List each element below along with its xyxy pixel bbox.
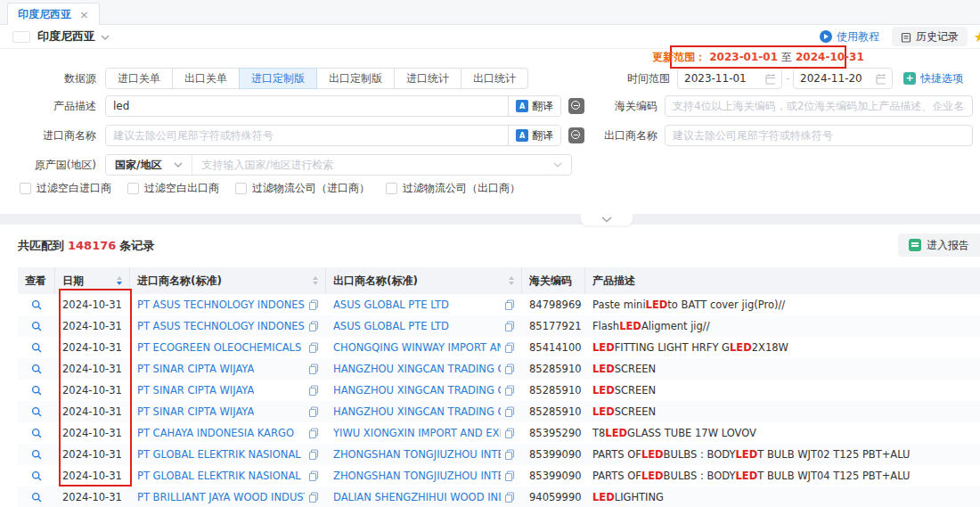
data-source-tab-1[interactable]: 出口关单 <box>172 68 240 89</box>
start-date-value[interactable] <box>684 72 760 85</box>
data-source-tab-5[interactable]: 出口统计 <box>461 68 528 89</box>
importer-link-text[interactable]: PT GLOBAL ELEKTRIK NASIONAL <box>137 470 301 482</box>
view-record-button[interactable] <box>18 380 55 401</box>
importer-link[interactable]: PT ASUS TECHNOLOGY INDONESIA BA... <box>130 294 326 315</box>
search-icon[interactable] <box>31 428 43 439</box>
exporter-link[interactable]: CHONGQING WINWAY IMPORT AND E... <box>326 337 522 358</box>
exporter-link[interactable]: HANGZHOU XINGCAN TRADING CO LTD <box>326 380 522 401</box>
exporter-input[interactable] <box>666 126 972 145</box>
checkbox-icon[interactable] <box>235 183 247 194</box>
sort-carets-icon[interactable] <box>111 276 122 285</box>
close-icon[interactable]: × <box>79 8 89 21</box>
copy-icon[interactable] <box>504 299 515 310</box>
search-icon[interactable] <box>31 449 43 461</box>
search-icon[interactable] <box>31 406 43 418</box>
search-icon[interactable] <box>31 321 43 332</box>
importer-link[interactable]: PT ASUS TECHNOLOGY INDONESIA BA... <box>130 315 326 337</box>
exact-match-toggle-icon[interactable] <box>568 98 584 114</box>
exporter-link[interactable]: ZHONGSHAN TONGJIUZHOU INTERNA... <box>326 465 522 487</box>
importer-link[interactable]: PT SINAR CIPTA WIJAYA <box>130 358 326 380</box>
copy-icon[interactable] <box>504 449 515 460</box>
column-header-3[interactable]: 出口商名称(标准) <box>326 267 522 294</box>
search-icon[interactable] <box>31 470 43 482</box>
importer-input[interactable] <box>106 126 508 145</box>
view-record-button[interactable] <box>18 337 55 358</box>
search-icon[interactable] <box>31 385 43 397</box>
importer-link[interactable]: PT ECOGREEN OLEOCHEMICALS <box>130 337 326 358</box>
importer-link[interactable]: PT GLOBAL ELEKTRIK NASIONAL <box>130 444 326 465</box>
view-record-button[interactable] <box>18 444 55 465</box>
checkbox-icon[interactable] <box>386 183 397 194</box>
importer-link[interactable]: PT GLOBAL ELEKTRIK NASIONAL <box>130 465 326 487</box>
importer-link[interactable]: PT BRILLIANT JAYA WOOD INDUSTRY <box>130 487 326 507</box>
exporter-link-text[interactable]: ASUS GLOBAL PTE LTD <box>333 320 449 332</box>
copy-icon[interactable] <box>308 428 319 438</box>
copy-icon[interactable] <box>504 428 515 438</box>
search-icon[interactable] <box>31 299 43 311</box>
data-source-tab-2[interactable]: 进口定制版 <box>239 68 317 89</box>
view-record-button[interactable] <box>18 465 55 487</box>
favorite-star-icon[interactable]: ★ <box>974 29 980 45</box>
exporter-link[interactable]: HANGZHOU XINGCAN TRADING CO LTD <box>326 358 522 380</box>
view-record-button[interactable] <box>18 358 55 380</box>
customs-code-input[interactable] <box>666 96 972 116</box>
sort-carets-icon[interactable] <box>503 276 514 285</box>
translate-button[interactable]: A 翻译 <box>508 96 560 116</box>
filter-checkbox-3[interactable]: 过滤物流公司（出口商） <box>386 181 520 196</box>
exporter-link-text[interactable]: CHONGQING WINWAY IMPORT AND E... <box>333 341 501 354</box>
quick-options-link[interactable]: + 快捷选项 <box>903 68 963 89</box>
tutorial-link[interactable]: 使用教程 <box>820 29 879 45</box>
view-record-button[interactable] <box>18 315 55 337</box>
exporter-link-text[interactable]: HANGZHOU XINGCAN TRADING CO LTD <box>333 405 501 418</box>
origin-search-input[interactable] <box>192 155 544 175</box>
exporter-link-text[interactable]: HANGZHOU XINGCAN TRADING CO LTD <box>333 363 501 375</box>
checkbox-icon[interactable] <box>127 183 139 194</box>
exporter-link-text[interactable]: HANGZHOU XINGCAN TRADING CO LTD <box>333 384 501 397</box>
search-icon[interactable] <box>31 492 43 503</box>
translate-button[interactable]: A 翻译 <box>508 126 560 145</box>
view-record-button[interactable] <box>18 294 55 315</box>
exporter-link-text[interactable]: ZHONGSHAN TONGJIUZHOU INTERNA... <box>333 448 501 461</box>
copy-icon[interactable] <box>308 470 319 481</box>
end-date-input[interactable] <box>793 68 893 89</box>
copy-icon[interactable] <box>504 470 515 481</box>
exporter-link-text[interactable]: ASUS GLOBAL PTE LTD <box>333 298 449 311</box>
copy-icon[interactable] <box>308 321 319 331</box>
search-icon[interactable] <box>31 364 43 375</box>
view-record-button[interactable] <box>18 401 55 422</box>
exporter-link[interactable]: DALIAN SHENGZHIHUI WOOD INDUST... <box>326 487 522 507</box>
copy-icon[interactable] <box>504 385 515 396</box>
exporter-link-text[interactable]: DALIAN SHENGZHIHUI WOOD INDUST... <box>333 491 501 503</box>
importer-link[interactable]: PT SINAR CIPTA WIJAYA <box>130 401 326 422</box>
copy-icon[interactable] <box>308 406 319 417</box>
product-desc-input[interactable] <box>106 96 508 116</box>
exporter-link-text[interactable]: YIWU XIONGXIN IMPORT AND EXPORT... <box>333 427 501 439</box>
data-source-tab-3[interactable]: 出口定制版 <box>316 68 395 89</box>
importer-link[interactable]: PT SINAR CIPTA WIJAYA <box>130 380 326 401</box>
exact-match-toggle-icon[interactable] <box>568 127 584 143</box>
end-date-value[interactable] <box>800 72 870 85</box>
copy-icon[interactable] <box>504 364 515 374</box>
importer-link-text[interactable]: PT SINAR CIPTA WIJAYA <box>137 405 254 418</box>
filter-checkbox-2[interactable]: 过滤物流公司（进口商） <box>235 181 370 196</box>
importer-link-text[interactable]: PT SINAR CIPTA WIJAYA <box>137 384 254 397</box>
filter-checkbox-1[interactable]: 过滤空白出口商 <box>127 181 219 196</box>
filter-checkbox-0[interactable]: 过滤空白进口商 <box>20 181 111 196</box>
importer-link-text[interactable]: PT SINAR CIPTA WIJAYA <box>137 363 254 375</box>
copy-icon[interactable] <box>504 321 515 331</box>
start-date-input[interactable] <box>677 68 782 89</box>
collapse-form-handle[interactable] <box>581 214 633 225</box>
search-icon[interactable] <box>31 342 43 354</box>
exporter-link[interactable]: HANGZHOU XINGCAN TRADING CO LTD <box>326 401 522 422</box>
column-header-1[interactable]: 日期 <box>55 267 130 294</box>
importer-link-text[interactable]: PT ASUS TECHNOLOGY INDONESIA BA... <box>137 320 305 332</box>
importer-link-text[interactable]: PT CAHAYA INDONESIA KARGO <box>137 427 294 439</box>
copy-icon[interactable] <box>308 385 319 396</box>
copy-icon[interactable] <box>504 406 515 417</box>
importer-link-text[interactable]: PT BRILLIANT JAYA WOOD INDUSTRY <box>137 491 305 503</box>
copy-icon[interactable] <box>308 299 319 310</box>
data-source-tab-4[interactable]: 进口统计 <box>394 68 461 89</box>
importer-link[interactable]: PT CAHAYA INDONESIA KARGO <box>130 422 326 444</box>
view-record-button[interactable] <box>18 487 55 507</box>
checkbox-icon[interactable] <box>20 183 31 194</box>
